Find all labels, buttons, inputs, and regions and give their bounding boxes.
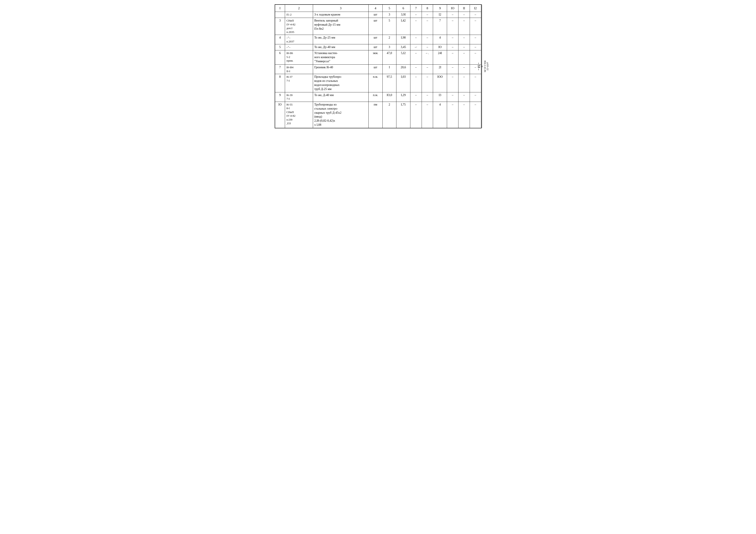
table-row: 9I6-39 7-IТо же, Д-40 ммп.м.IO,0I,29––I3… bbox=[275, 92, 481, 102]
row-desc: Грязевик I6-40 bbox=[313, 64, 368, 74]
row-ref: –"– bbox=[285, 44, 313, 50]
row-c7: –· bbox=[410, 44, 421, 50]
row-c12: – bbox=[470, 12, 481, 18]
row-number: 7 bbox=[275, 64, 285, 74]
row-c12: – bbox=[470, 102, 481, 128]
col-header-8: 8 bbox=[421, 5, 433, 12]
col-header-12: I2 bbox=[470, 5, 481, 12]
row-ref: СНиП IУ-4-82 доп.I п.2035 bbox=[285, 18, 313, 35]
row-number: 5 bbox=[275, 44, 285, 50]
table-row: IOI6-55 8-I СНиП IУ-4-82 п.I39 ,I33Трубо… bbox=[275, 102, 481, 128]
col-header-9: 9 bbox=[433, 5, 447, 12]
row-c7: – bbox=[410, 74, 421, 92]
row-c8: – bbox=[421, 102, 433, 128]
col-header-7: 7 bbox=[410, 5, 421, 12]
table-row: 5–"–То же, Ду-40 ммшт33,45–·–IO––– bbox=[275, 44, 481, 50]
row-desc: Трубопроводы изстальных электро-сварных … bbox=[313, 102, 368, 128]
row-c7: – bbox=[410, 102, 421, 128]
row-c10: – bbox=[447, 92, 458, 102]
row-unit: шт bbox=[368, 35, 382, 44]
row-c9: 2I bbox=[433, 64, 447, 74]
row-c11: – bbox=[458, 74, 470, 92]
row-c10: – bbox=[447, 44, 458, 50]
row-desc: То же, Ду-25 мм bbox=[313, 35, 368, 44]
row-c7: – bbox=[410, 12, 421, 18]
row-price: I,75 bbox=[396, 102, 410, 128]
row-number bbox=[275, 12, 285, 18]
row-c9: 24I bbox=[433, 50, 447, 64]
row-c9: 4 bbox=[433, 102, 447, 128]
side-label-pi: п bbox=[480, 66, 484, 67]
col-header-11: II bbox=[458, 5, 470, 12]
row-ref: I5–2 bbox=[285, 12, 313, 18]
row-c8: – bbox=[421, 18, 433, 35]
col-header-6: 6 bbox=[396, 5, 410, 12]
row-qty: 2 bbox=[382, 102, 396, 128]
row-qty: 5 bbox=[382, 18, 396, 35]
col-header-3: 3 bbox=[313, 5, 368, 12]
row-c11: – bbox=[458, 12, 470, 18]
row-c10: – bbox=[447, 102, 458, 128]
row-c7: – bbox=[410, 50, 421, 64]
row-c9: IO bbox=[433, 44, 447, 50]
row-unit: пм bbox=[368, 102, 382, 128]
row-price: I,42 bbox=[396, 18, 410, 35]
row-number: IO bbox=[275, 102, 285, 128]
page-wrapper: I 2 3 4 5 6 7 8 9 IO II I2 I5–23-х ходов… bbox=[275, 4, 481, 128]
row-c12: – bbox=[470, 18, 481, 35]
row-c9: I2 bbox=[433, 12, 447, 18]
col-header-5: 5 bbox=[382, 5, 396, 12]
row-c9: I3 bbox=[433, 92, 447, 102]
row-unit: п.м. bbox=[368, 92, 382, 102]
row-c7: – bbox=[410, 35, 421, 44]
row-price: 5,I2 bbox=[396, 50, 410, 64]
row-desc: То же, Д-40 мм bbox=[313, 92, 368, 102]
row-c11: – bbox=[458, 18, 470, 35]
row-c10: – bbox=[447, 35, 458, 44]
col-header-2: 2 bbox=[285, 5, 313, 12]
row-unit: шт bbox=[368, 44, 382, 50]
row-qty: 2 bbox=[382, 35, 396, 44]
table-row: 7I8-I84 II-IГрязевик I6-40штI20,6––2I––– bbox=[275, 64, 481, 74]
row-ref: I8-II6 5-2 прим. bbox=[285, 50, 313, 64]
row-c12: – bbox=[470, 74, 481, 92]
row-c11: – bbox=[458, 102, 470, 128]
table-row: 4–"– п.2037То же, Ду-25 ммшт2I,98––4––– bbox=[275, 35, 481, 44]
row-price: I,29 bbox=[396, 92, 410, 102]
row-c9: 4 bbox=[433, 35, 447, 44]
row-ref: I6-37 7-I bbox=[285, 74, 313, 92]
row-c10: – bbox=[447, 64, 458, 74]
row-c7: – bbox=[410, 92, 421, 102]
row-unit: шт bbox=[368, 64, 382, 74]
row-unit: экм. bbox=[368, 50, 382, 64]
row-c7: – bbox=[410, 18, 421, 35]
row-c11: – bbox=[458, 35, 470, 44]
row-qty: I bbox=[382, 64, 396, 74]
row-number: 8 bbox=[275, 74, 285, 92]
row-c8: – bbox=[421, 64, 433, 74]
main-table: I 2 3 4 5 6 7 8 9 IO II I2 I5–23-х ходов… bbox=[275, 5, 481, 128]
row-unit: шт bbox=[368, 18, 382, 35]
row-c7: – bbox=[410, 64, 421, 74]
row-c8: – bbox=[421, 44, 433, 50]
row-c11: – bbox=[458, 92, 470, 102]
row-qty: IO,0 bbox=[382, 92, 396, 102]
row-ref: I6-39 7-I bbox=[285, 92, 313, 102]
row-c11: – bbox=[458, 44, 470, 50]
row-price: 20,6 bbox=[396, 64, 410, 74]
row-unit: п.м. bbox=[368, 74, 382, 92]
col-header-10: IO bbox=[447, 5, 458, 12]
side-label-bottom: – 53 – bbox=[477, 63, 480, 70]
col-header-4: 4 bbox=[368, 5, 382, 12]
row-c8: – . bbox=[421, 50, 433, 64]
table-row: 3СНиП IУ-4-82 доп.I п.2035Вентиль запорн… bbox=[275, 18, 481, 35]
row-price: 3,9I bbox=[396, 12, 410, 18]
row-ref: I8-I84 II-I bbox=[285, 64, 313, 74]
row-price: I,03 bbox=[396, 74, 410, 92]
row-c8: – bbox=[421, 35, 433, 44]
row-price: 3,45 bbox=[396, 44, 410, 50]
row-c11: – bbox=[458, 64, 470, 74]
row-number: 4 bbox=[275, 35, 285, 44]
row-desc: То же, Ду-40 мм bbox=[313, 44, 368, 50]
row-desc: Установка настен- ного конвектора "Униве… bbox=[313, 50, 368, 64]
